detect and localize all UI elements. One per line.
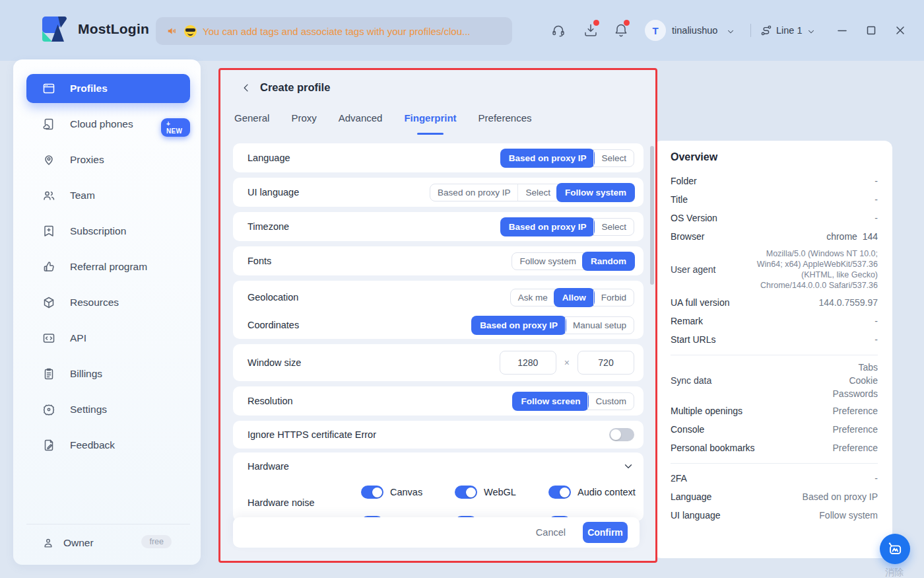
sidebar-item-subscription[interactable]: Subscription (26, 218, 190, 244)
segment-option[interactable]: Select (517, 184, 558, 201)
sidebar-item-label: Proxies (70, 154, 104, 166)
audio-context-toggle[interactable] (548, 486, 571, 499)
avatar-initial: T (652, 25, 658, 36)
tab-general[interactable]: General (234, 112, 269, 129)
segment-option[interactable]: Ask me (511, 289, 555, 306)
chevron-down-icon[interactable] (726, 27, 735, 36)
field-label: Fonts (248, 256, 271, 266)
window-height-input[interactable] (578, 351, 634, 375)
modal-footer: Cancel Confirm (233, 517, 640, 548)
sidebar-item-feedback[interactable]: Feedback (26, 432, 190, 458)
owner-label: Owner (63, 537, 94, 549)
sidebar-item-label: API (70, 332, 86, 344)
mostlogin-bot-icon (886, 540, 904, 558)
segment-option[interactable]: Allow (554, 289, 594, 307)
sidebar: Profiles Cloud phones + NEW Proxies Team… (13, 59, 201, 565)
line-selector[interactable]: Line 1 (776, 25, 803, 36)
people-icon (42, 189, 55, 202)
plan-badge: free (141, 535, 172, 548)
sidebar-item-referral-program[interactable]: Referral program (26, 254, 190, 280)
route-icon[interactable] (760, 24, 772, 36)
segment-option[interactable]: Select (593, 219, 634, 235)
field-geolocation-card: Geolocation Ask me Allow Forbid Coordina… (233, 281, 644, 339)
tab-fingerprint[interactable]: Fingerprint (404, 112, 456, 129)
owner-row[interactable]: Owner free (26, 530, 190, 556)
cancel-button[interactable]: Cancel (536, 527, 566, 538)
back-icon[interactable] (241, 83, 251, 93)
segment-option[interactable]: Based on proxy IP (430, 184, 517, 201)
sidebar-item-billings[interactable]: Billings (26, 361, 190, 387)
segment-option[interactable]: Based on proxy IP (501, 149, 595, 167)
field-label: Window size (248, 357, 301, 368)
segment-option[interactable]: Manual setup (565, 317, 634, 334)
overview-row-ui-language: UI language Follow system (671, 506, 878, 524)
sidebar-item-settings[interactable]: Settings (26, 396, 190, 423)
chevron-down-icon[interactable] (622, 460, 634, 472)
avatar[interactable]: T (645, 20, 666, 41)
row-label: Folder (671, 176, 697, 186)
segment-option[interactable]: Custom (587, 393, 634, 410)
webgl-toggle[interactable] (455, 486, 477, 499)
field-label: Language (248, 153, 290, 163)
sidebar-item-team[interactable]: Team (26, 182, 190, 209)
new-badge: + NEW (161, 118, 190, 137)
sidebar-item-label: Billings (70, 368, 102, 380)
code-window-icon (42, 332, 55, 345)
tab-advanced[interactable]: Advanced (339, 112, 383, 129)
phone-cloud-icon (42, 118, 55, 131)
user-agent-value: Mozilla/5.0 (Windows NT 10.0; Win64; x64… (746, 248, 878, 291)
chevron-down-icon[interactable] (807, 27, 816, 36)
minimize-icon[interactable] (836, 24, 849, 37)
sunglasses-emoji-icon (184, 25, 197, 38)
sidebar-item-api[interactable]: API (26, 325, 190, 351)
row-value: chrome 144 (826, 231, 878, 242)
row-value: Preference (833, 443, 878, 453)
ui-language-segmented-control: Based on proxy IP Select Follow system (430, 184, 634, 201)
fonts-segmented-control: Follow system Random (512, 252, 634, 270)
segment-option[interactable]: Random (583, 252, 634, 270)
resolution-segmented-control: Follow screen Custom (513, 392, 634, 410)
sidebar-item-proxies[interactable]: Proxies (26, 147, 190, 173)
ignore-https-toggle[interactable] (609, 428, 634, 441)
user-name[interactable]: tinaliushuo (672, 25, 717, 36)
sidebar-item-cloud-phones[interactable]: Cloud phones + NEW (26, 111, 190, 137)
field-label: Timezone (248, 221, 289, 232)
sidebar-item-label: Resources (70, 297, 119, 308)
overview-row-os-version: OS Version - (671, 209, 878, 227)
dimension-separator: × (564, 357, 570, 368)
clipboard-icon (42, 367, 55, 380)
sidebar-item-profiles[interactable]: Profiles (26, 74, 190, 103)
sidebar-item-resources[interactable]: Resources (26, 289, 190, 316)
tab-preferences[interactable]: Preferences (478, 112, 532, 129)
field-language: Language Based on proxy IP Select (233, 143, 644, 172)
segment-option[interactable]: Follow screen (513, 392, 588, 410)
timezone-segmented-control: Based on proxy IP Select (501, 218, 634, 236)
segment-option[interactable]: Follow system (557, 184, 634, 201)
browser-window-icon (42, 82, 55, 95)
row-label: Title (671, 194, 688, 205)
sync-value: Tabs (858, 362, 878, 373)
modal-scrollbar[interactable] (650, 146, 654, 285)
sync-data-values: Tabs Cookie Passwords (833, 361, 878, 400)
segment-option[interactable]: Based on proxy IP (472, 316, 566, 334)
row-value: - (874, 194, 878, 205)
close-icon[interactable] (894, 24, 907, 37)
support-fab-button[interactable] (880, 534, 910, 564)
segment-option[interactable]: Based on proxy IP (501, 218, 595, 236)
segment-option[interactable]: Select (593, 150, 634, 166)
headset-icon[interactable] (550, 22, 566, 38)
geolocation-segmented-control: Ask me Allow Forbid (510, 289, 634, 307)
row-value: - (874, 473, 878, 484)
bookmark-plus-icon (42, 225, 55, 238)
window-width-input[interactable] (500, 351, 556, 375)
maximize-icon[interactable] (865, 24, 878, 37)
row-value: Based on proxy IP (803, 491, 878, 502)
segment-option[interactable]: Forbid (593, 289, 634, 306)
announcement-banner[interactable]: You can add tags and associate tags with… (156, 17, 512, 45)
tab-proxy[interactable]: Proxy (291, 112, 316, 129)
segment-option[interactable]: Follow system (512, 253, 583, 270)
canvas-toggle[interactable] (361, 486, 383, 499)
row-label: Sync data (671, 375, 711, 386)
confirm-button[interactable]: Confirm (583, 522, 628, 543)
field-resolution: Resolution Follow screen Custom (233, 386, 644, 415)
